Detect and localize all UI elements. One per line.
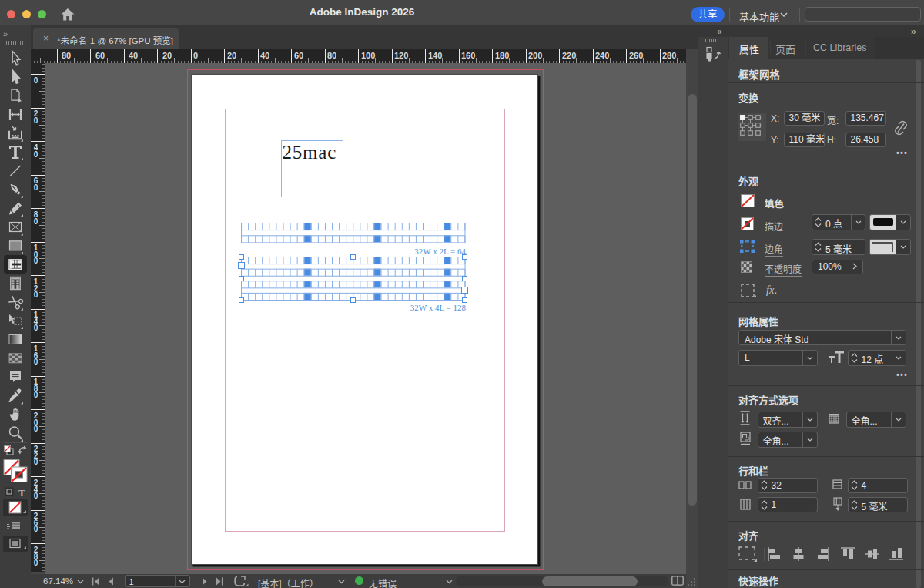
svg-text:T: T — [18, 487, 25, 499]
